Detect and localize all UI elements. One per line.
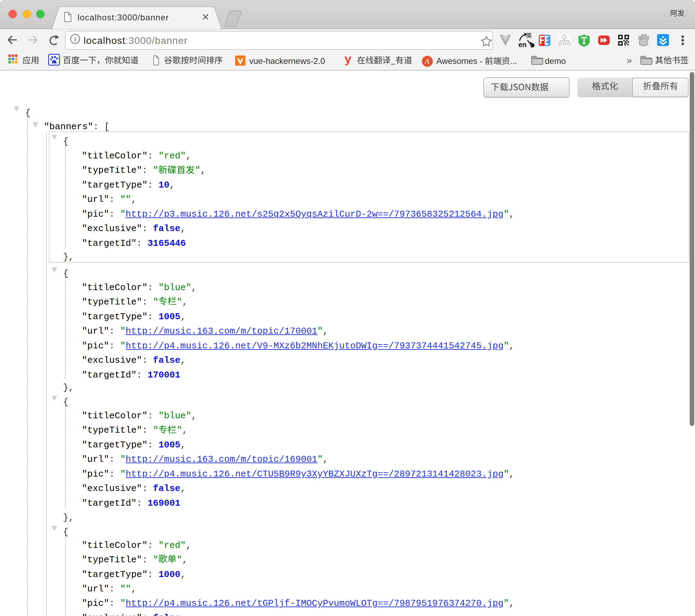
svg-text:en: en	[518, 41, 527, 48]
svg-text:A: A	[424, 57, 430, 66]
